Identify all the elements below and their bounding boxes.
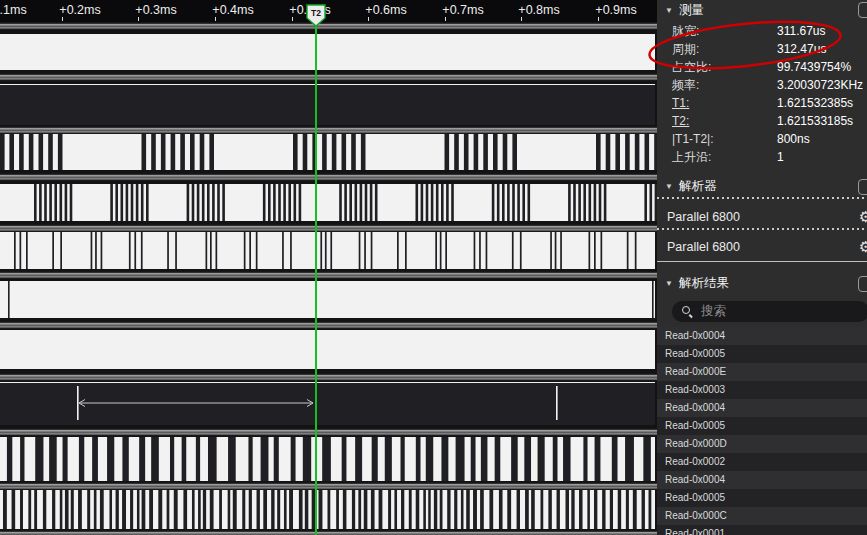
wave-segment bbox=[228, 437, 236, 481]
measurement-value: 800ns bbox=[777, 130, 810, 148]
wave-segment bbox=[249, 232, 251, 269]
wave-segment bbox=[129, 232, 131, 269]
wave-segment bbox=[216, 232, 218, 269]
wave-segment bbox=[109, 490, 112, 529]
decode-result-item[interactable]: Read-0x000C bbox=[657, 507, 867, 525]
wave-segment bbox=[288, 184, 291, 221]
decoder-item[interactable]: Parallel 6800 bbox=[667, 208, 740, 226]
wave-segment bbox=[126, 184, 129, 221]
measurement-value: 3.20030723KHz bbox=[777, 76, 863, 94]
decode-result-item[interactable]: Read-0x0002 bbox=[657, 453, 867, 471]
wave-segment bbox=[604, 184, 607, 221]
wave-segment bbox=[151, 437, 159, 481]
wave-segment bbox=[284, 490, 287, 529]
collapse-triangle-icon: ▼ bbox=[665, 182, 673, 191]
ruler-tick bbox=[598, 17, 599, 21]
wave-segment bbox=[454, 490, 457, 529]
results-panel-button[interactable] bbox=[858, 276, 867, 292]
lane-divider bbox=[0, 530, 657, 535]
wave-segment bbox=[39, 184, 42, 221]
wave-segment bbox=[122, 490, 126, 529]
wave-segment bbox=[625, 437, 634, 481]
wave-segment bbox=[645, 134, 650, 170]
wave-segment bbox=[54, 184, 57, 221]
wave-segment bbox=[299, 490, 303, 529]
wave-segment bbox=[9, 134, 14, 170]
gear-icon[interactable]: ⚙ bbox=[859, 209, 867, 225]
ruler-tick bbox=[292, 17, 293, 21]
measurement-section-header[interactable]: ▼ 测量 bbox=[665, 1, 704, 19]
decode-result-item[interactable]: Read-0x0004 bbox=[657, 327, 867, 345]
wave-segment bbox=[583, 437, 587, 481]
decode-result-item[interactable]: Read-0x0001 bbox=[657, 525, 867, 535]
wave-segment bbox=[212, 184, 215, 221]
decode-result-list: Read-0x0004Read-0x0005Read-0x000ERead-0x… bbox=[657, 327, 867, 535]
decode-result-item[interactable]: Read-0x000E bbox=[657, 363, 867, 381]
search-input[interactable]: 搜索 bbox=[672, 301, 867, 322]
wave-segment bbox=[531, 490, 535, 529]
ruler-label: +0.4ms bbox=[212, 3, 253, 17]
timeline-ruler[interactable]: +0.1ms+0.2ms+0.3ms+0.4ms+0.5ms+0.6ms+0.7… bbox=[0, 0, 657, 22]
wave-segment bbox=[248, 437, 252, 481]
measurement-title: 测量 bbox=[679, 2, 704, 19]
wave-segment bbox=[492, 184, 495, 221]
decode-result-item[interactable]: Read-0x0004 bbox=[657, 399, 867, 417]
decoder-panel-button[interactable] bbox=[858, 179, 867, 195]
wave-segment bbox=[35, 437, 43, 481]
wave-segment bbox=[249, 490, 252, 529]
wave-segment bbox=[122, 437, 128, 481]
decode-result-item[interactable]: Read-0x0005 bbox=[657, 345, 867, 363]
wave-segment bbox=[568, 184, 571, 221]
wave-segment bbox=[560, 232, 562, 269]
wave-segment bbox=[563, 437, 570, 481]
decode-result-item[interactable]: Read-0x0004 bbox=[657, 471, 867, 489]
wave-segment bbox=[322, 134, 327, 170]
measurement-value: 1.621533185s bbox=[777, 112, 853, 130]
ruler-label: +0.6ms bbox=[365, 3, 406, 17]
wave-segment bbox=[483, 134, 488, 170]
wave-segment bbox=[20, 490, 23, 529]
wave-segment bbox=[34, 184, 37, 221]
measurement-row: 占空比:99.7439754% bbox=[672, 58, 864, 76]
ruler-tick bbox=[138, 17, 139, 21]
wave-segment bbox=[489, 490, 493, 529]
measurement-label: 频率: bbox=[672, 78, 699, 92]
waveform-canvas[interactable] bbox=[0, 0, 657, 535]
wave-segment bbox=[635, 134, 640, 170]
wave-segment bbox=[447, 490, 450, 529]
wave-segment bbox=[294, 184, 297, 221]
results-section-header[interactable]: ▼ 解析结果 bbox=[665, 274, 729, 292]
wave-segment bbox=[461, 490, 464, 529]
measurement-row: T2:1.621533185s bbox=[672, 112, 864, 130]
wave-segment bbox=[95, 232, 97, 269]
measurement-label: |T1-T2|: bbox=[672, 132, 714, 146]
ruler-tick bbox=[445, 17, 446, 21]
wave-segment bbox=[423, 490, 426, 529]
wave-segment bbox=[273, 184, 276, 221]
waveform-view[interactable]: +0.1ms+0.2ms+0.3ms+0.4ms+0.5ms+0.6ms+0.7… bbox=[0, 0, 657, 535]
gear-icon[interactable]: ⚙ bbox=[859, 239, 867, 255]
decode-result-item[interactable]: Read-0x0005 bbox=[657, 417, 867, 435]
decoder-item[interactable]: Parallel 6800 bbox=[667, 238, 740, 256]
wave-segment bbox=[493, 134, 498, 170]
decode-result-item[interactable]: Read-0x0005 bbox=[657, 489, 867, 507]
wave-segment bbox=[318, 490, 322, 529]
lane-divider bbox=[0, 482, 657, 490]
wave-segment bbox=[512, 232, 514, 269]
decode-result-item[interactable]: Read-0x0003 bbox=[657, 381, 867, 399]
wave-segment bbox=[39, 134, 44, 170]
wave-segment bbox=[0, 134, 5, 170]
lane-divider bbox=[0, 428, 657, 436]
measurement-label[interactable]: T1: bbox=[672, 96, 689, 110]
decode-result-item[interactable]: Read-0x000D bbox=[657, 435, 867, 453]
wave-segment bbox=[394, 490, 397, 529]
wave-segment bbox=[283, 184, 286, 221]
measurement-panel-button[interactable] bbox=[858, 2, 867, 18]
wave-topline-CH1 bbox=[0, 84, 655, 85]
wave-segment bbox=[642, 490, 645, 529]
wave-segment bbox=[517, 490, 520, 529]
wave-segment bbox=[289, 490, 293, 529]
measurement-label[interactable]: T2: bbox=[672, 114, 689, 128]
decoder-section-header[interactable]: ▼ 解析器 bbox=[665, 177, 716, 195]
lane-divider bbox=[0, 321, 657, 329]
